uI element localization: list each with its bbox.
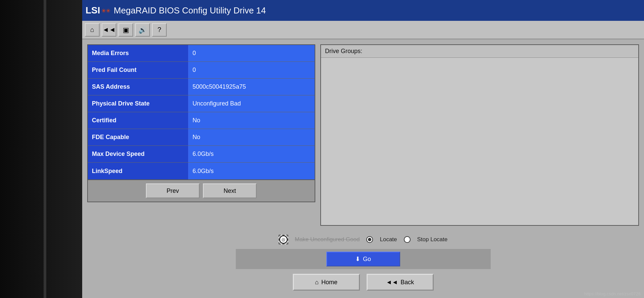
drive-info-panel: Media Errors0Pred Fail Count0SAS Address… <box>87 44 315 226</box>
row-label-5: FDE Capable <box>88 129 189 145</box>
back-label: Back <box>400 279 414 286</box>
bottom-section: ◎ Make Unconfigured Good Locate Stop Loc… <box>82 231 644 298</box>
lsi-text: LSI <box>86 5 100 16</box>
drive-groups-content <box>321 58 638 225</box>
home-label: Home <box>321 279 337 286</box>
table-row: Physical Drive StateUnconfigured Bad <box>88 95 315 112</box>
table-row: Pred Fail Count0 <box>88 62 315 79</box>
action-row: ◎ Make Unconfigured Good Locate Stop Loc… <box>279 235 448 244</box>
cable-wire <box>44 0 46 298</box>
table-buttons: Prev Next <box>87 180 315 202</box>
go-btn-container: ⬇ Go <box>236 249 491 269</box>
row-label-2: SAS Address <box>88 79 189 95</box>
next-button[interactable]: Next <box>203 183 257 198</box>
make-unconfigured-checkbox[interactable]: ◎ <box>279 235 288 244</box>
home-icon: ⌂ <box>315 279 319 286</box>
row-label-1: Pred Fail Count <box>88 62 189 78</box>
toolbar-home-button[interactable]: ⌂ <box>85 23 100 37</box>
lsi-logo: LSI ✳✳ <box>86 5 110 16</box>
row-value-3: Unconfigured Bad <box>189 95 315 112</box>
content-area: Media Errors0Pred Fail Count0SAS Address… <box>82 39 644 231</box>
locate-radio[interactable] <box>366 236 373 243</box>
info-table: Media Errors0Pred Fail Count0SAS Address… <box>87 44 315 180</box>
drive-groups-box: Drive Groups: <box>320 44 639 226</box>
row-value-1: 0 <box>189 62 315 78</box>
make-unconfigured-label: Make Unconfigured Good <box>295 236 360 243</box>
table-row: Max Device Speed6.0Gb/s <box>88 146 315 163</box>
table-row: FDE CapableNo <box>88 129 315 146</box>
drive-groups-title: Drive Groups: <box>321 45 638 58</box>
toolbar-sound-button[interactable]: 🔊 <box>135 23 150 37</box>
toolbar-back-button[interactable]: ◄◄ <box>102 23 116 37</box>
toolbar: ⌂ ◄◄ ▣ 🔊 ? <box>82 21 644 39</box>
row-value-6: 6.0Gb/s <box>189 146 315 162</box>
home-back-row: ⌂ Home ◄◄ Back <box>293 274 434 291</box>
row-value-7: 6.0Gb/s <box>189 163 315 179</box>
row-value-0: 0 <box>189 45 315 61</box>
row-label-3: Physical Drive State <box>88 95 189 112</box>
lsi-icon: ✳✳ <box>102 6 111 15</box>
back-button[interactable]: ◄◄ Back <box>367 274 434 291</box>
table-row: SAS Address5000c50041925a75 <box>88 79 315 95</box>
prev-button[interactable]: Prev <box>146 183 200 198</box>
go-label: Go <box>363 256 371 263</box>
row-label-6: Max Device Speed <box>88 146 189 162</box>
go-arrow-icon: ⬇ <box>355 255 360 263</box>
toolbar-help-button[interactable]: ? <box>152 23 167 37</box>
row-label-7: LinkSpeed <box>88 163 189 179</box>
row-value-4: No <box>189 112 315 129</box>
bios-screen: LSI ✳✳ MegaRAID BIOS Config Utility Driv… <box>82 0 644 298</box>
stop-locate-label: Stop Locate <box>417 236 448 243</box>
toolbar-info-button[interactable]: ▣ <box>118 23 133 37</box>
table-row: CertifiedNo <box>88 112 315 129</box>
drive-groups-panel: Drive Groups: <box>320 44 639 226</box>
watermark: https://blog.csdn.net/zsx0728 <box>584 291 641 296</box>
row-label-4: Certified <box>88 112 189 129</box>
row-value-2: 5000c50041925a75 <box>189 79 315 95</box>
stop-locate-radio[interactable] <box>404 236 411 243</box>
left-edge <box>0 0 82 298</box>
window-title: MegaRAID BIOS Config Utility Drive 14 <box>114 5 641 16</box>
back-arrow-icon: ◄◄ <box>386 279 398 286</box>
home-button[interactable]: ⌂ Home <box>293 274 360 291</box>
title-bar: LSI ✳✳ MegaRAID BIOS Config Utility Driv… <box>82 0 644 21</box>
table-row: Media Errors0 <box>88 45 315 62</box>
table-row: LinkSpeed6.0Gb/s <box>88 163 315 179</box>
row-label-0: Media Errors <box>88 45 189 61</box>
row-value-5: No <box>189 129 315 145</box>
locate-label: Locate <box>380 236 397 243</box>
go-button[interactable]: ⬇ Go <box>326 252 400 266</box>
